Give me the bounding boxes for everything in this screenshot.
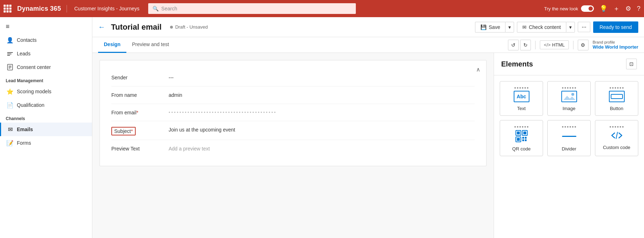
svg-point-8 bbox=[571, 93, 574, 96]
subject-value[interactable]: Join us at the upcoming event bbox=[169, 125, 475, 134]
svg-rect-4 bbox=[9, 66, 11, 66]
svg-rect-1 bbox=[7, 54, 11, 54]
collapse-button[interactable]: ∧ bbox=[476, 66, 480, 73]
elements-grid: Abc Text bbox=[494, 75, 644, 162]
check-content-button[interactable]: ✉ Check content bbox=[517, 22, 566, 33]
tab-preview-label: Preview and test bbox=[132, 41, 169, 47]
svg-rect-2 bbox=[7, 55, 10, 56]
brand-profile-label: Brand profile bbox=[593, 40, 638, 44]
editor-area: ∧ Sender --- From name admin From bbox=[92, 53, 644, 238]
button-element-icon bbox=[609, 87, 625, 102]
text-icon-visual: Abc bbox=[514, 91, 529, 102]
sender-label: Sender bbox=[111, 73, 169, 80]
from-name-label: From name bbox=[111, 91, 169, 98]
settings-icon[interactable]: ⚙ bbox=[625, 5, 631, 13]
image-label: Image bbox=[562, 106, 575, 111]
undo-button[interactable]: ↺ bbox=[508, 40, 519, 50]
add-icon[interactable]: ＋ bbox=[613, 4, 620, 13]
brand-profile: Brand profile Wide World Importer bbox=[593, 40, 638, 50]
tab-preview[interactable]: Preview and test bbox=[126, 37, 175, 53]
button-label: Button bbox=[610, 106, 624, 111]
svg-rect-19 bbox=[522, 139, 524, 141]
form-panel: ∧ Sender --- From name admin From bbox=[92, 53, 494, 238]
email-icon: ✉ bbox=[7, 126, 13, 133]
subject-row: Subject* Join us at the upcoming event bbox=[111, 121, 475, 140]
svg-rect-14 bbox=[523, 132, 526, 134]
contacts-icon: 👤 bbox=[7, 37, 13, 43]
svg-rect-12 bbox=[517, 132, 520, 134]
back-button[interactable]: ← bbox=[98, 23, 105, 31]
brand-gear-icon[interactable]: ⚙ bbox=[578, 40, 589, 50]
sidebar-item-label: Leads bbox=[17, 51, 30, 56]
sidebar-item-emails[interactable]: ✉ Emails bbox=[0, 123, 92, 136]
sidebar-item-consent[interactable]: Consent center bbox=[0, 60, 92, 74]
from-name-row: From name admin bbox=[111, 86, 475, 104]
element-text[interactable]: Abc Text bbox=[500, 81, 543, 116]
preview-text-row: Preview Text Add a preview text bbox=[111, 140, 475, 157]
check-content-dropdown-button[interactable]: ▾ bbox=[566, 22, 575, 33]
sidebar: ≡ 👤 Contacts Leads bbox=[0, 17, 92, 238]
preview-text-input[interactable]: Add a preview text bbox=[169, 144, 475, 153]
sidebar-item-scoring[interactable]: ⭐ Scoring models bbox=[0, 85, 92, 98]
editor-topbar: ← Tutorial email Draft - Unsaved 💾 Save … bbox=[92, 17, 644, 37]
sidebar-item-label: Contacts bbox=[17, 37, 37, 43]
sidebar-item-forms[interactable]: 📝 Forms bbox=[0, 136, 92, 150]
custom-icon-visual bbox=[609, 130, 625, 141]
hamburger-button[interactable]: ≡ bbox=[0, 20, 92, 33]
html-label: HTML bbox=[552, 42, 565, 48]
sender-value[interactable]: --- bbox=[169, 73, 475, 82]
svg-rect-20 bbox=[525, 139, 527, 141]
search-input[interactable] bbox=[161, 6, 352, 11]
help-icon[interactable]: ? bbox=[637, 5, 640, 13]
editor-tabs: Design Preview and test ↺ ↻ </> HTML ⚙ B… bbox=[92, 37, 644, 53]
svg-line-21 bbox=[616, 132, 618, 139]
from-email-label: From email* bbox=[111, 108, 169, 115]
elements-panel: Elements ⊡ Abc Text bbox=[494, 53, 644, 238]
save-dropdown-button[interactable]: ▾ bbox=[505, 22, 514, 33]
consent-icon bbox=[7, 64, 13, 70]
save-label: Save bbox=[489, 24, 500, 30]
search-bar[interactable]: 🔍 bbox=[148, 3, 356, 14]
save-button[interactable]: 💾 Save bbox=[475, 22, 505, 33]
element-custom-code[interactable]: Custom code bbox=[595, 120, 638, 156]
search-icon: 🔍 bbox=[152, 6, 159, 11]
try-new-look: Try the new look bbox=[544, 5, 594, 12]
tab-divider2 bbox=[573, 41, 573, 49]
ready-label: Ready to send bbox=[600, 24, 632, 30]
forms-icon: 📝 bbox=[7, 140, 13, 146]
element-qr[interactable]: QR code bbox=[500, 120, 543, 156]
tab-design[interactable]: Design bbox=[98, 37, 126, 53]
html-button[interactable]: </> HTML bbox=[540, 40, 568, 49]
more-options-button[interactable]: ⋯ bbox=[578, 22, 590, 32]
redo-button[interactable]: ↻ bbox=[520, 40, 531, 50]
qr-label: QR code bbox=[512, 146, 531, 152]
nav-right-actions: Try the new look 💡 ＋ ⚙ ? bbox=[544, 4, 640, 13]
form-card: ∧ Sender --- From name admin From bbox=[100, 60, 486, 166]
svg-rect-16 bbox=[517, 138, 520, 141]
svg-rect-18 bbox=[525, 137, 527, 139]
from-email-value[interactable]: •••••••••••••••••••••••••••••••••••••••• bbox=[169, 108, 475, 116]
preview-text-label: Preview Text bbox=[111, 144, 169, 152]
from-name-value[interactable]: admin bbox=[169, 91, 475, 99]
qualification-icon: 📄 bbox=[7, 102, 13, 108]
draft-badge: Draft - Unsaved bbox=[170, 24, 208, 30]
sidebar-item-leads[interactable]: Leads bbox=[0, 47, 92, 60]
element-button[interactable]: Button bbox=[595, 81, 638, 116]
ready-to-send-button[interactable]: Ready to send bbox=[593, 21, 638, 33]
element-divider[interactable]: Divider bbox=[547, 120, 591, 156]
app-name: Dynamics 365 bbox=[17, 5, 67, 13]
sidebar-item-qualification[interactable]: 📄 Qualification bbox=[0, 98, 92, 112]
new-look-toggle[interactable] bbox=[581, 5, 594, 12]
subject-label: Subject* bbox=[111, 125, 169, 135]
sidebar-item-label: Scoring models bbox=[17, 89, 52, 94]
elements-expand-button[interactable]: ⊡ bbox=[626, 59, 637, 69]
svg-rect-0 bbox=[7, 52, 13, 53]
custom-element-icon bbox=[609, 126, 625, 141]
sidebar-item-contacts[interactable]: 👤 Contacts bbox=[0, 33, 92, 47]
lightbulb-icon[interactable]: 💡 bbox=[600, 5, 607, 13]
app-grid-icon[interactable] bbox=[4, 5, 11, 13]
top-navigation: Dynamics 365 Customer Insights - Journey… bbox=[0, 0, 644, 17]
element-image[interactable]: Image bbox=[547, 81, 591, 116]
save-icon: 💾 bbox=[480, 24, 486, 30]
brand-name: Wide World Importer bbox=[593, 44, 638, 50]
